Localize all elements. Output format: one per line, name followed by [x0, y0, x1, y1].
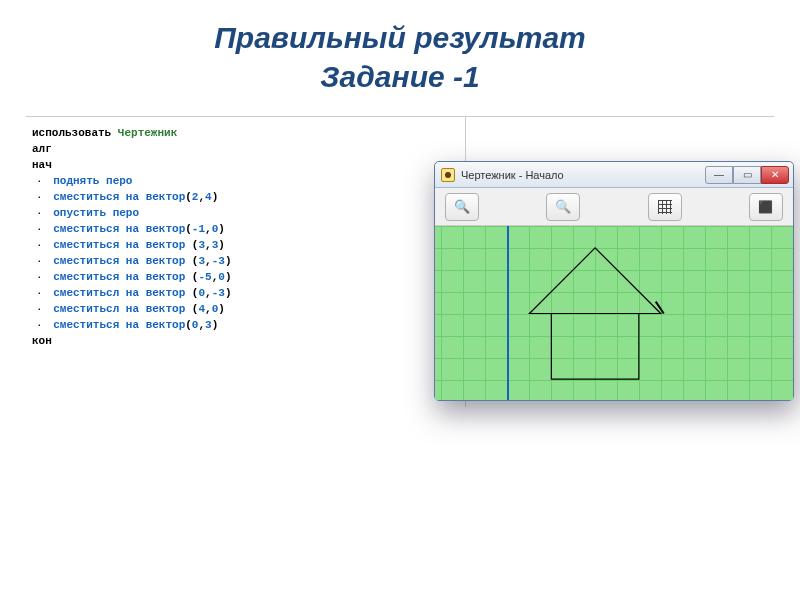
- title-line-2: Задание -1: [0, 57, 800, 96]
- code-line: · сместитьсл на вектор (4,0): [32, 301, 459, 317]
- window-title: Чертежник - Начало: [461, 169, 705, 181]
- code-line: использовать Чертежник: [32, 125, 459, 141]
- robot-icon: [441, 168, 455, 182]
- slide-title: Правильный результат Задание -1: [0, 0, 800, 104]
- zoom-in-button[interactable]: [445, 193, 479, 221]
- code-line: · сместиться на вектор(-1,0): [32, 221, 459, 237]
- house-drawing: [435, 226, 793, 400]
- code-line: · сместиться на вектор(0,3): [32, 317, 459, 333]
- code-line: · сместиться на вектор(2,4): [32, 189, 459, 205]
- code-editor[interactable]: использовать Чертежник алг нач · поднять…: [26, 117, 466, 407]
- title-line-1: Правильный результат: [0, 18, 800, 57]
- code-line: кон: [32, 333, 459, 349]
- code-line: · сместиться на вектор (3,-3): [32, 253, 459, 269]
- close-button[interactable]: ✕: [761, 166, 789, 184]
- code-line: · поднять перо: [32, 173, 459, 189]
- minimize-button[interactable]: —: [705, 166, 733, 184]
- drawer-toolbar: [435, 188, 793, 226]
- window-titlebar[interactable]: Чертежник - Начало — ▭ ✕: [435, 162, 793, 188]
- code-line: нач: [32, 157, 459, 173]
- code-line: алг: [32, 141, 459, 157]
- code-line: · сместиться на вектор (-5,0): [32, 269, 459, 285]
- content-area: использовать Чертежник алг нач · поднять…: [26, 116, 774, 406]
- code-line: · сместитьсл на вектор (0,-3): [32, 285, 459, 301]
- code-line: · опустить перо: [32, 205, 459, 221]
- drawer-window: Чертежник - Начало — ▭ ✕: [434, 161, 794, 401]
- window-buttons: — ▭ ✕: [705, 166, 789, 184]
- grid-button[interactable]: [648, 193, 682, 221]
- drawer-canvas[interactable]: [435, 226, 793, 400]
- maximize-button[interactable]: ▭: [733, 166, 761, 184]
- code-line: · сместиться на вектор (3,3): [32, 237, 459, 253]
- robot-button[interactable]: [749, 193, 783, 221]
- zoom-out-button[interactable]: [546, 193, 580, 221]
